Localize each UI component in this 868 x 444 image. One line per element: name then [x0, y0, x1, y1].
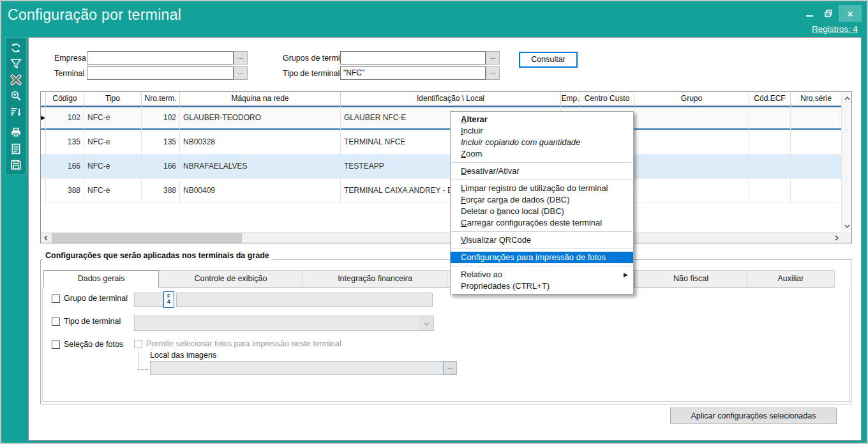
- grupo-terminal-name-input[interactable]: [176, 293, 433, 307]
- tab-integra-o-financeira[interactable]: Integração financeira: [303, 270, 447, 287]
- minimize-button[interactable]: [800, 5, 818, 22]
- print-icon[interactable]: [6, 125, 26, 141]
- scroll-left-icon[interactable]: [41, 233, 51, 243]
- table-row[interactable]: 388NFC-e388NB00409TERMINAL CAIXA ANDREY …: [41, 179, 842, 203]
- apply-configurations-button[interactable]: Aplicar configurações selecionadas: [670, 408, 837, 424]
- tipo-terminal-checkbox-label: Tipo de terminal: [64, 317, 121, 326]
- permitir-fotos-checkbox[interactable]: [134, 340, 142, 348]
- menu-separator: [451, 231, 632, 232]
- grid-gutter-header: [41, 92, 46, 105]
- selecao-fotos-checkbox[interactable]: [52, 341, 60, 349]
- refresh-icon[interactable]: [6, 40, 26, 56]
- sort-icon[interactable]: [6, 103, 26, 119]
- menu-deletar-banco[interactable]: Deletar o banco local (DBC): [451, 206, 633, 217]
- table-cell: NBRAFAELALVES: [180, 155, 341, 178]
- menu-zoom[interactable]: Zoom: [451, 148, 633, 160]
- local-imagens-browse-button[interactable]: ...: [444, 361, 457, 375]
- menu-incluir[interactable]: Incluir: [451, 125, 633, 137]
- menu-relativo-ao[interactable]: Relativo ao▶: [451, 269, 633, 280]
- grid-rows-area[interactable]: CódigoTipoNro.term.Máquina na redeIdenti…: [41, 92, 842, 232]
- grupo-terminal-code-input[interactable]: [134, 293, 163, 307]
- tab-auxiliar[interactable]: Auxiliar: [747, 270, 835, 287]
- selecao-fotos-checkbox-label: Seleção de fotos: [64, 340, 123, 349]
- column-header[interactable]: Nro.term.: [142, 92, 180, 105]
- table-row[interactable]: 135NFC-e135NB00328TERMINAL NFCE: [41, 130, 842, 155]
- clear-filter-icon[interactable]: [6, 72, 26, 88]
- column-header[interactable]: Tipo: [84, 92, 142, 105]
- menu-config-impressao-fotos[interactable]: Configurações para impressão de fotos: [451, 252, 633, 263]
- table-cell: 135: [142, 130, 180, 154]
- config-groupbox-title: Configurações que serão aplicadas nos te…: [43, 251, 272, 260]
- save-icon[interactable]: [6, 157, 26, 172]
- chevron-down-icon[interactable]: [420, 317, 433, 330]
- table-cell: NB00409: [180, 179, 341, 203]
- column-header[interactable]: Centro Custo: [580, 92, 634, 105]
- column-header[interactable]: Emp.: [561, 92, 580, 105]
- column-header[interactable]: Nro.série: [791, 92, 842, 105]
- column-header[interactable]: Cód.ECF: [749, 92, 791, 105]
- tree-connector-line: [138, 369, 149, 370]
- tab-dados-gerais[interactable]: Dados gerais: [43, 270, 159, 288]
- tipo-terminal-input[interactable]: "NFC": [340, 66, 486, 80]
- menu-separator: [451, 162, 632, 163]
- grupos-terminais-input[interactable]: [340, 51, 486, 65]
- table-row[interactable]: ▶102NFC-e102GLAUBER-TEODOROGLAUBER NFC-E: [41, 106, 842, 130]
- registros-link[interactable]: Registros: 4: [812, 24, 858, 34]
- f4-lookup-button[interactable]: F4: [163, 291, 174, 308]
- sidebar-toolbar: [5, 37, 27, 175]
- menu-carregar-configuracoes[interactable]: Carregar configurações deste terminal: [451, 217, 633, 229]
- window-title: Configuração por terminal: [8, 6, 181, 24]
- menu-visualizar-qrcode[interactable]: Visualizar QRCode: [451, 234, 633, 246]
- zoom-icon[interactable]: [6, 88, 26, 103]
- row-gutter: [41, 130, 46, 154]
- menu-incluir-copiando[interactable]: Incluir copiando com quantidade: [451, 137, 633, 148]
- column-header[interactable]: Grupo: [634, 92, 749, 105]
- empresa-input[interactable]: [87, 51, 234, 65]
- grupo-terminal-checkbox[interactable]: [52, 295, 60, 303]
- row-gutter: [41, 155, 46, 178]
- report-icon[interactable]: [6, 141, 26, 157]
- consultar-button[interactable]: Consultar: [519, 52, 578, 68]
- permitir-fotos-checkbox-label: Permitir selecionar fotos para impressão…: [146, 339, 341, 348]
- column-header[interactable]: Código: [46, 92, 84, 105]
- local-imagens-input[interactable]: [150, 361, 444, 375]
- scroll-down-icon[interactable]: [842, 221, 852, 231]
- menu-propriedades[interactable]: Propriedades (CTRL+T): [451, 280, 633, 292]
- tipo-terminal-checkbox[interactable]: [52, 318, 60, 326]
- context-menu: AlterarIncluirIncluir copiando com quant…: [450, 111, 634, 295]
- terminal-label: Terminal: [54, 69, 84, 78]
- menu-forcar-carga[interactable]: Forçar carga de dados (DBC): [451, 194, 633, 206]
- menu-separator: [451, 249, 632, 249]
- menu-desativar-ativar[interactable]: Desativar/Ativar: [451, 165, 633, 177]
- menu-alterar[interactable]: Alterar: [451, 114, 633, 125]
- empresa-browse-button[interactable]: ...: [234, 51, 248, 65]
- tipo-terminal-combobox[interactable]: [134, 316, 434, 331]
- grid-horizontal-scrollbar[interactable]: [41, 232, 842, 243]
- column-header[interactable]: Identificação \ Local: [341, 92, 561, 105]
- close-icon: ×: [848, 8, 853, 19]
- tab-controle-de-exibi-o[interactable]: Controle de exibição: [158, 270, 303, 287]
- table-cell: [749, 130, 791, 154]
- terminal-browse-button[interactable]: ...: [234, 66, 248, 80]
- scroll-right-icon[interactable]: [832, 233, 842, 243]
- close-button[interactable]: ×: [839, 5, 862, 22]
- grid-vertical-scrollbar[interactable]: [841, 92, 851, 233]
- scrollbar-thumb[interactable]: [52, 233, 242, 243]
- restore-button[interactable]: [819, 5, 837, 22]
- minimize-icon: [806, 15, 813, 17]
- table-row[interactable]: 166NFC-e166NBRAFAELALVESTESTEAPP: [41, 155, 842, 179]
- local-imagens-label: Local das imagens: [150, 351, 216, 360]
- tipo-browse-button[interactable]: ...: [486, 66, 500, 80]
- filter-icon[interactable]: [6, 56, 26, 72]
- terminal-input[interactable]: [87, 66, 234, 80]
- table-cell: NFC-e: [84, 179, 142, 203]
- table-cell: NFC-e: [84, 155, 142, 178]
- column-header[interactable]: Máquina na rede: [180, 92, 341, 105]
- tab-n-o-fiscal[interactable]: Não fiscal: [634, 270, 747, 287]
- row-gutter: ▶: [41, 106, 46, 130]
- scrollbar-corner: [841, 232, 851, 243]
- scroll-up-icon[interactable]: [842, 93, 852, 103]
- table-cell: NB00328: [180, 130, 341, 154]
- grupos-browse-button[interactable]: ...: [486, 51, 500, 65]
- menu-limpar-registro[interactable]: Limpar registro de utilização do termina…: [451, 183, 633, 194]
